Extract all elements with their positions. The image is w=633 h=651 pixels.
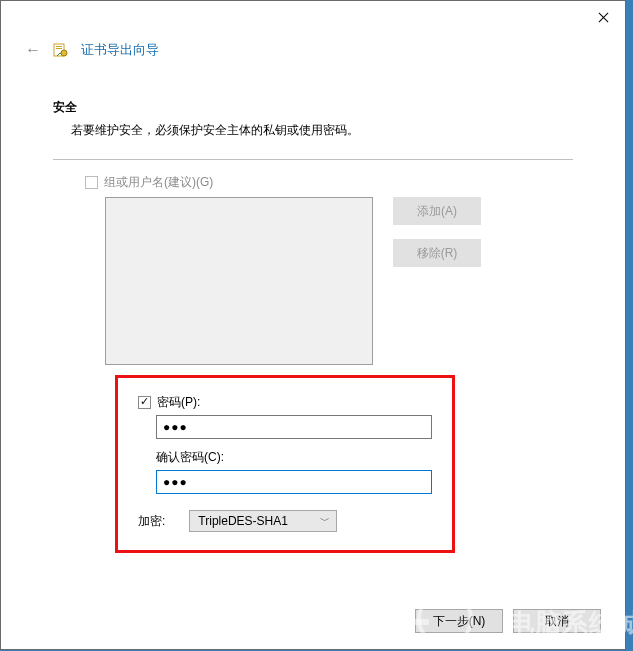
divider: [53, 159, 573, 160]
wizard-header: ← 证书导出向导: [1, 33, 625, 69]
encryption-row: 加密: TripleDES-SHA1 ﹀: [138, 510, 432, 532]
encryption-select[interactable]: TripleDES-SHA1 ﹀: [189, 510, 337, 532]
encryption-selected: TripleDES-SHA1: [198, 514, 288, 528]
svg-rect-2: [56, 48, 62, 49]
confirm-password-block: 确认密码(C): ●●●: [138, 449, 432, 494]
encryption-label: 加密:: [138, 513, 165, 530]
confirm-password-input[interactable]: ●●●: [156, 470, 432, 494]
titlebar: [1, 1, 625, 33]
highlight-box: 密码(P): ●●● 确认密码(C): ●●● 加密: TripleDES-SH…: [115, 375, 455, 553]
checkbox-icon: [85, 176, 98, 189]
confirm-password-value: ●●●: [163, 475, 188, 489]
groups-section: 组或用户名(建议)(G) 添加(A) 移除(R) 密码(P): ●●●: [53, 174, 573, 553]
password-checkbox-row[interactable]: 密码(P):: [138, 394, 432, 411]
section-heading: 安全: [53, 99, 573, 116]
back-arrow-icon[interactable]: ←: [25, 41, 41, 59]
password-input[interactable]: ●●●: [156, 415, 432, 439]
chevron-down-icon: ﹀: [320, 514, 330, 528]
remove-button: 移除(R): [393, 239, 481, 267]
close-icon: [598, 12, 608, 22]
password-enable-block: 密码(P): ●●●: [138, 394, 432, 439]
password-label: 密码(P):: [157, 394, 200, 411]
close-button[interactable]: [581, 2, 625, 32]
groups-listbox[interactable]: [105, 197, 373, 365]
section-description: 若要维护安全，必须保护安全主体的私钥或使用密码。: [53, 122, 573, 139]
watermark-icon: [417, 591, 473, 647]
wizard-title: 证书导出向导: [81, 41, 159, 59]
svg-rect-1: [56, 46, 62, 47]
groups-checkbox-row[interactable]: 组或用户名(建议)(G): [85, 174, 573, 191]
cancel-button[interactable]: 取消: [513, 609, 601, 633]
certificate-icon: [53, 42, 69, 58]
confirm-password-label: 确认密码(C):: [138, 449, 432, 466]
password-value: ●●●: [163, 420, 188, 434]
checkbox-checked-icon: [138, 396, 151, 409]
content-area: 安全 若要维护安全，必须保护安全主体的私钥或使用密码。 组或用户名(建议)(G)…: [1, 69, 625, 553]
add-button: 添加(A): [393, 197, 481, 225]
groups-body: 添加(A) 移除(R): [85, 197, 573, 365]
groups-buttons: 添加(A) 移除(R): [393, 197, 481, 365]
cert-export-wizard-dialog: ← 证书导出向导 安全 若要维护安全，必须保护安全主体的私钥或使用密码。 组或用…: [0, 0, 626, 650]
groups-checkbox-label: 组或用户名(建议)(G): [104, 174, 213, 191]
